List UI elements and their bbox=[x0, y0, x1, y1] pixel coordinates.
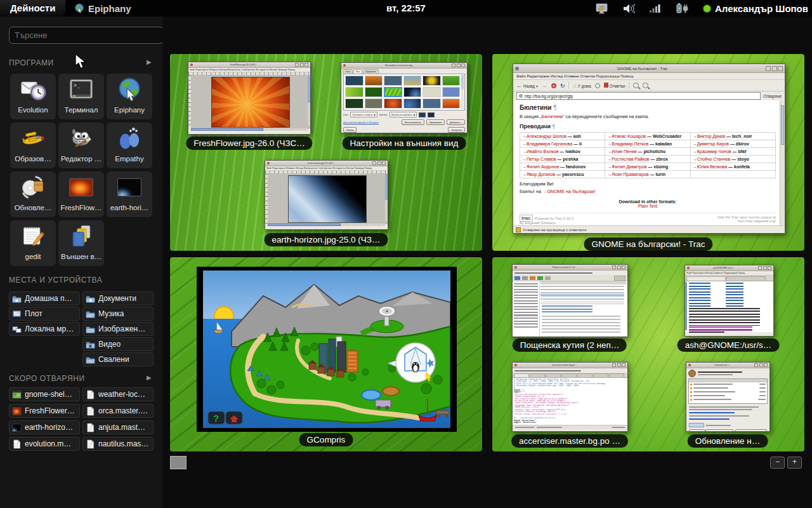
terminal-content-placeholder bbox=[685, 281, 773, 332]
recent-freshflower[interactable]: FreshFlower… bbox=[9, 404, 80, 418]
place-home[interactable]: Домашна п… bbox=[9, 291, 80, 305]
search-input[interactable] bbox=[9, 27, 164, 44]
remove-workspace-button[interactable]: − bbox=[770, 457, 785, 469]
home-folder-icon bbox=[12, 294, 22, 304]
app-gcompris[interactable]: Образов… bbox=[10, 123, 56, 168]
window-buttons bbox=[758, 266, 771, 270]
window-titlebar: GNOME на български! - Trac bbox=[513, 64, 785, 73]
back-button: ← Назад ▾ bbox=[516, 83, 538, 89]
translator-cell bbox=[691, 171, 776, 178]
volume-icon[interactable] bbox=[622, 3, 635, 14]
window-gimp-freshflower[interactable]: FreshFlower.jpg-26.0 (ЧЗС… Файл Редактир… bbox=[188, 62, 311, 135]
svg-text:?: ? bbox=[213, 413, 219, 424]
place-local-network[interactable]: Локална мр… bbox=[9, 322, 80, 336]
app-gedit[interactable]: gedit bbox=[10, 220, 56, 266]
downloads-folder-icon bbox=[86, 355, 95, 364]
app-earth-image[interactable]: earth-hori… bbox=[107, 171, 152, 217]
recent-label: FreshFlower… bbox=[25, 406, 75, 415]
zoom-out-icon bbox=[643, 83, 648, 88]
network-signal-icon[interactable] bbox=[649, 3, 662, 13]
recent-label: orca.master.… bbox=[98, 406, 148, 415]
window-icon bbox=[267, 162, 270, 164]
scrollbar bbox=[461, 75, 464, 109]
workspace-4[interactable]: Пощенска кутия (2 неп… bbox=[492, 257, 804, 451]
window-gimp-earth[interactable]: earth-horizon.jpg-25.0 (ЧЗ… Файл Редакти… bbox=[265, 160, 388, 230]
app-label: Образов… bbox=[10, 155, 56, 163]
place-label: Локална мр… bbox=[25, 324, 74, 333]
earth-thumbnail-icon bbox=[12, 423, 22, 432]
place-pictures[interactable]: Изображен… bbox=[82, 322, 154, 336]
remove-button: Премахване bbox=[426, 119, 445, 125]
recent-label: evolution.m… bbox=[25, 439, 71, 448]
window-software-update[interactable]: Обновление н… bbox=[686, 362, 770, 432]
window-terminal[interactable]: ash@GNOME:/usr/s… Файл Редактиране Изгле… bbox=[684, 265, 774, 337]
terminal-tab bbox=[686, 276, 726, 281]
app-evolution[interactable]: Evolution bbox=[10, 74, 56, 119]
tab-theme: Тема bbox=[343, 69, 353, 74]
recent-label: nautilus.mas… bbox=[98, 439, 148, 448]
menu-placeholder bbox=[513, 271, 627, 275]
app-empathy[interactable]: Empathy bbox=[107, 123, 152, 168]
scrollbar bbox=[780, 100, 785, 226]
videos-folder-icon bbox=[86, 340, 95, 349]
app-terminal[interactable]: >_ Терминал bbox=[58, 74, 104, 119]
message-body-placeholder bbox=[542, 316, 620, 333]
po-file-content: # Bulgarian translation of accerciser po… bbox=[513, 378, 627, 425]
window-epiphany-trac[interactable]: GNOME на български! - Trac Файл Редактир… bbox=[513, 64, 785, 234]
window-label: FreshFlower.jpg-26.0 (ЧЗС… bbox=[186, 137, 312, 150]
home-button: ⌂ У дома bbox=[573, 83, 591, 89]
app-appearance[interactable]: Външен в… bbox=[58, 220, 104, 266]
workspace-2[interactable]: GNOME на български! - Trac Файл Редактир… bbox=[492, 54, 804, 251]
window-evolution-mail[interactable]: Пощенска кутия (2 неп… bbox=[512, 264, 628, 337]
place-documents[interactable]: Документи bbox=[82, 291, 154, 305]
window-label: Настройки на външния вид bbox=[343, 137, 466, 150]
recent-gnome-shell[interactable]: gnome-shel… bbox=[9, 387, 80, 401]
url-bar: http://fsa-bg.org/project/gtp Отваряне bbox=[513, 91, 785, 101]
toolbar-placeholder bbox=[513, 275, 627, 281]
place-downloads[interactable]: Свалени bbox=[82, 352, 154, 366]
battery-power-icon[interactable] bbox=[676, 3, 690, 14]
gnome-shell-overview: Дейности Epiphany вт, 22:57 bbox=[0, 0, 812, 508]
recent-expand-icon[interactable]: ▶ bbox=[147, 374, 152, 381]
pictures-folder-icon bbox=[86, 324, 95, 334]
place-label: Домашна п… bbox=[25, 294, 72, 303]
workspace-indicator[interactable] bbox=[170, 456, 187, 469]
documents-folder-icon bbox=[86, 294, 95, 304]
programs-expand-icon[interactable]: ▶ bbox=[147, 58, 152, 65]
place-desktop[interactable]: Плот bbox=[9, 307, 80, 321]
window-gedit-po[interactable]: accerciser.master.bg.po … # Bulgarian tr… bbox=[512, 362, 628, 432]
menu-bar: Файл Редактиране Избиране Изглед Изображ… bbox=[265, 166, 388, 171]
app-epiphany[interactable]: Epiphany bbox=[107, 74, 152, 119]
help-button: Помощ bbox=[343, 127, 357, 133]
wallpaper-grid bbox=[343, 74, 465, 110]
window-label: GNOME на български! - Trac bbox=[584, 237, 712, 251]
translator-cell: →Филип Димитров — xboing bbox=[605, 163, 690, 171]
v-scrollbar bbox=[308, 76, 310, 126]
app-freshflower-image[interactable]: FreshFlow… bbox=[58, 171, 104, 217]
display-settings-icon[interactable] bbox=[596, 3, 608, 14]
window-buttons bbox=[295, 63, 308, 67]
user-menu[interactable]: Александър Шопов bbox=[704, 3, 808, 14]
app-software-update[interactable]: Обновле… bbox=[10, 171, 56, 217]
window-gcompris[interactable]: ? bbox=[197, 267, 457, 432]
recent-anjuta[interactable]: anjuta.mast… bbox=[82, 420, 154, 434]
add-workspace-button[interactable]: + bbox=[787, 457, 802, 469]
translator-cell: →Ивайло Вълков — ivalkov bbox=[520, 148, 605, 156]
place-music[interactable]: ♪ Музика bbox=[82, 307, 154, 321]
recent-nautilus[interactable]: nautilus.mas… bbox=[82, 437, 154, 451]
place-videos[interactable]: Видео bbox=[82, 337, 154, 351]
app-gimp[interactable]: Редактор … bbox=[58, 123, 104, 168]
gedit-icon bbox=[19, 222, 47, 250]
recent-weather-loc[interactable]: weather-loc… bbox=[82, 387, 154, 401]
recent-earth-horizon[interactable]: earth-horizo… bbox=[9, 420, 80, 434]
status-bar bbox=[191, 131, 310, 134]
app-label: Редактор … bbox=[58, 155, 104, 163]
recent-evolution[interactable]: evolution.m… bbox=[9, 437, 80, 451]
workspace-1[interactable]: FreshFlower.jpg-26.0 (ЧЗС… Файл Редактир… bbox=[170, 54, 482, 251]
workspace-3[interactable]: ? GCompris bbox=[170, 257, 482, 451]
place-label: Свалени bbox=[98, 355, 129, 364]
app-label: gedit bbox=[10, 253, 56, 260]
window-appearance[interactable]: Настройки на външния вид Тема Фон Шрифто… bbox=[341, 62, 468, 133]
add-button: Добавяне… bbox=[447, 119, 465, 125]
recent-orca[interactable]: orca.master.… bbox=[82, 404, 154, 418]
